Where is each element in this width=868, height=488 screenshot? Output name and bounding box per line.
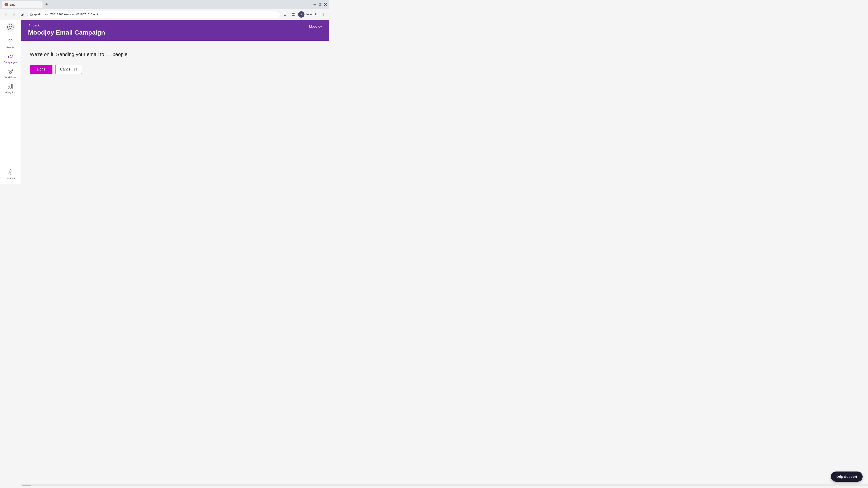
window-controls — [313, 3, 327, 6]
back-nav-button[interactable] — [3, 11, 9, 18]
svg-point-18 — [8, 39, 10, 41]
svg-point-13 — [323, 14, 323, 14]
incognito-label: Incognito — [306, 13, 318, 16]
maximize-button[interactable] — [318, 3, 322, 6]
svg-rect-9 — [293, 13, 294, 14]
svg-point-16 — [9, 26, 10, 27]
profile-button[interactable]: I — [298, 11, 305, 18]
sidebar-label-analytics: Analytics — [5, 91, 15, 94]
workflows-icon — [7, 68, 13, 75]
svg-rect-20 — [8, 69, 10, 71]
sidebar-label-settings: Settings — [6, 177, 15, 180]
header-inner: Back Moodjoy Email Campaign Moodjoy — [28, 24, 322, 36]
reload-button[interactable] — [19, 11, 25, 18]
svg-rect-22 — [9, 72, 11, 73]
sidebar-label-campaigns: Campaigns — [4, 61, 17, 64]
svg-rect-27 — [8, 86, 9, 88]
svg-rect-11 — [293, 15, 294, 16]
extension-button[interactable] — [290, 11, 296, 18]
svg-rect-29 — [11, 84, 13, 88]
close-button[interactable] — [324, 3, 327, 6]
back-label: Back — [33, 24, 39, 27]
svg-rect-8 — [292, 13, 293, 14]
people-icon — [7, 38, 13, 45]
forward-nav-button[interactable] — [11, 11, 17, 18]
sidebar-label-workflows: Workflows — [4, 76, 16, 78]
browser-chrome: D Drip ✕ + — [0, 0, 329, 20]
svg-rect-3 — [319, 4, 321, 5]
logo-icon — [6, 23, 15, 32]
cancel-countdown: 29 — [74, 68, 77, 71]
cancel-button[interactable]: Cancel 29 — [55, 65, 82, 74]
svg-point-17 — [11, 26, 12, 27]
svg-rect-21 — [11, 69, 13, 71]
sidebar-item-people[interactable]: People — [1, 36, 20, 51]
done-button[interactable]: Done — [30, 65, 53, 74]
sidebar-item-campaigns[interactable]: Campaigns — [1, 51, 20, 66]
sidebar: People Campaigns — [0, 20, 21, 184]
svg-rect-10 — [292, 15, 293, 16]
address-bar[interactable]: getdrip.com/7641396/broadcasts/318674615… — [27, 11, 280, 18]
tab-favicon: D — [4, 3, 8, 6]
active-indicator — [0, 55, 0, 62]
svg-text:D: D — [6, 4, 7, 6]
app-logo[interactable] — [5, 22, 16, 33]
app-container: People Campaigns — [0, 20, 329, 184]
sidebar-label-people: People — [6, 46, 14, 49]
sidebar-item-analytics[interactable]: Analytics — [1, 81, 20, 96]
analytics-icon — [7, 83, 13, 90]
ssl-lock-icon — [30, 12, 33, 16]
svg-rect-6 — [30, 14, 33, 15]
browser-toolbar: getdrip.com/7641396/broadcasts/318674615… — [0, 9, 329, 20]
page-header: Back Moodjoy Email Campaign Moodjoy — [21, 20, 329, 41]
new-tab-button[interactable]: + — [43, 1, 50, 8]
svg-point-12 — [323, 13, 323, 13]
action-buttons: Done Cancel 29 — [30, 65, 320, 74]
campaigns-icon — [7, 53, 13, 60]
sending-message: We're on it. Sending your email to 11 pe… — [30, 52, 320, 57]
tab-close-button[interactable]: ✕ — [36, 3, 40, 6]
sidebar-item-settings[interactable]: Settings — [1, 167, 20, 182]
settings-icon — [7, 169, 13, 176]
svg-point-30 — [9, 171, 11, 173]
content-area: We're on it. Sending your email to 11 pe… — [21, 41, 329, 184]
toolbar-right: I Incognito — [282, 11, 327, 18]
browser-tab[interactable]: D Drip ✕ — [2, 1, 42, 8]
main-content: Back Moodjoy Email Campaign Moodjoy We'r… — [21, 20, 329, 184]
svg-point-14 — [323, 15, 323, 15]
svg-marker-7 — [284, 13, 286, 16]
account-name: Moodjoy — [309, 24, 322, 28]
browser-titlebar: D Drip ✕ + — [0, 0, 329, 9]
url-text: getdrip.com/7641396/broadcasts/318674615… — [34, 13, 277, 16]
svg-point-19 — [11, 39, 12, 41]
svg-point-15 — [7, 24, 13, 30]
cancel-label: Cancel — [60, 67, 71, 71]
page-title: Moodjoy Email Campaign — [28, 29, 309, 36]
back-link[interactable]: Back — [28, 24, 39, 27]
svg-rect-28 — [10, 85, 11, 88]
tab-title: Drip — [10, 3, 34, 6]
sidebar-item-workflows[interactable]: Workflows — [1, 66, 20, 81]
minimize-button[interactable] — [313, 3, 316, 6]
bookmark-button[interactable] — [282, 11, 288, 18]
menu-button[interactable] — [320, 11, 327, 18]
